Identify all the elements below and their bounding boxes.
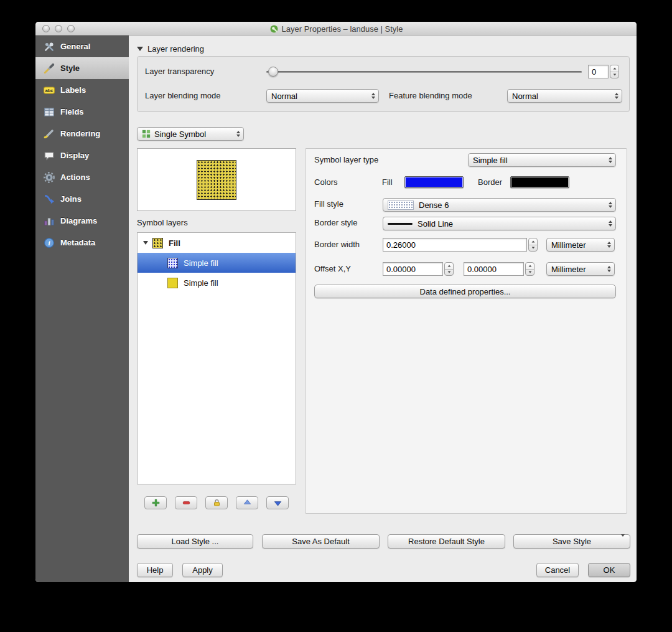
feature-blending-select[interactable]: Normal bbox=[507, 89, 622, 103]
layer-transparency-slider[interactable] bbox=[266, 67, 582, 77]
border-color-well[interactable] bbox=[510, 176, 569, 188]
offset-x-stepper bbox=[444, 262, 454, 276]
symbol-layers-tree: Fill Simple fill Simple fill bbox=[137, 232, 296, 484]
renderer-value: Single Symbol bbox=[154, 130, 233, 139]
layer-blending-select[interactable]: Normal bbox=[266, 89, 379, 103]
popup-arrows-icon bbox=[607, 242, 611, 248]
stepper-up-button[interactable] bbox=[610, 65, 618, 72]
fill-color-well[interactable] bbox=[404, 176, 464, 188]
solid-line-sample bbox=[388, 223, 413, 225]
popup-arrows-icon bbox=[607, 266, 611, 272]
apply-button[interactable]: Apply bbox=[182, 563, 223, 577]
ok-label: OK bbox=[604, 565, 615, 575]
stepper-down-button[interactable] bbox=[445, 269, 453, 276]
sidebar-item-label: Labels bbox=[60, 85, 86, 95]
slider-thumb[interactable] bbox=[268, 67, 278, 77]
colors-label: Colors bbox=[314, 177, 338, 187]
border-width-label: Border width bbox=[314, 240, 360, 250]
stepper-up-button[interactable] bbox=[529, 238, 537, 245]
sidebar-item-labels[interactable]: abc Labels bbox=[35, 79, 129, 101]
save-style-button[interactable]: Save Style bbox=[513, 534, 630, 549]
load-style-label: Load Style ... bbox=[172, 537, 219, 546]
sidebar-item-diagrams[interactable]: Diagrams bbox=[35, 210, 129, 232]
popup-arrows-icon bbox=[371, 93, 375, 99]
offset-x-input[interactable]: 0.00000 bbox=[383, 262, 443, 276]
offset-y-input[interactable]: 0.00000 bbox=[464, 262, 524, 276]
sidebar-item-label: Metadata bbox=[60, 238, 95, 247]
fill-symbol-swatch bbox=[152, 238, 163, 248]
layer-rendering-title: Layer rendering bbox=[147, 44, 204, 54]
stepper-up-button[interactable] bbox=[445, 263, 453, 269]
sidebar-item-joins[interactable]: Joins bbox=[35, 188, 129, 210]
sidebar-item-fields[interactable]: Fields bbox=[35, 101, 129, 123]
tree-row-fill[interactable]: Fill bbox=[138, 233, 296, 253]
move-layer-up-button[interactable] bbox=[236, 496, 258, 509]
general-icon bbox=[44, 41, 55, 52]
border-width-input[interactable]: 0.26000 bbox=[383, 238, 527, 252]
symbol-layer-type-value: Simple fill bbox=[473, 156, 605, 165]
fill-style-select[interactable]: Dense 6 bbox=[383, 198, 616, 212]
save-style-menu-arrow-icon[interactable] bbox=[621, 537, 625, 546]
popup-arrows-icon bbox=[609, 202, 612, 208]
sidebar-item-display[interactable]: Display bbox=[35, 144, 129, 166]
save-as-default-label: Save As Default bbox=[292, 537, 350, 546]
popup-arrows-icon bbox=[615, 93, 618, 99]
ok-button[interactable]: OK bbox=[588, 563, 630, 577]
cancel-button[interactable]: Cancel bbox=[536, 563, 579, 577]
title-wrap: Layer Properties – landuse | Style bbox=[35, 22, 637, 35]
lock-symbol-layer-button[interactable] bbox=[205, 496, 228, 509]
symbol-layers-label: Symbol layers bbox=[137, 218, 188, 228]
data-defined-properties-button[interactable]: Data defined properties... bbox=[314, 285, 616, 298]
remove-symbol-layer-button[interactable] bbox=[175, 496, 197, 509]
stepper-down-button[interactable] bbox=[526, 269, 534, 276]
sidebar-item-general[interactable]: General bbox=[35, 35, 129, 57]
symbol-preview-swatch bbox=[197, 160, 236, 200]
data-defined-properties-label: Data defined properties... bbox=[420, 287, 511, 296]
feature-blending-value: Normal bbox=[512, 92, 611, 101]
move-layer-down-button[interactable] bbox=[266, 496, 289, 509]
sidebar-item-label: Fields bbox=[60, 107, 84, 116]
offset-unit-select[interactable]: Millimeter bbox=[546, 262, 615, 276]
sidebar-item-label: General bbox=[60, 42, 90, 51]
popup-arrows-icon bbox=[609, 157, 612, 163]
tree-row-simple-fill-1[interactable]: Simple fill bbox=[138, 253, 296, 273]
add-symbol-layer-button[interactable] bbox=[144, 496, 167, 509]
tree-row-simple-fill-2[interactable]: Simple fill bbox=[138, 273, 296, 293]
slider-track[interactable] bbox=[266, 71, 582, 73]
sidebar-item-style[interactable]: Style bbox=[35, 57, 129, 79]
titlebar[interactable]: Layer Properties – landuse | Style bbox=[35, 22, 637, 35]
symbol-layer-type-select[interactable]: Simple fill bbox=[468, 153, 616, 167]
svg-text:abc: abc bbox=[45, 87, 54, 93]
stepper-down-button[interactable] bbox=[529, 245, 537, 252]
stepper-up-button[interactable] bbox=[526, 263, 534, 269]
collapse-triangle-icon[interactable] bbox=[137, 47, 143, 51]
border-width-stepper bbox=[528, 238, 538, 252]
layer-rendering-header[interactable]: Layer rendering bbox=[137, 44, 204, 54]
border-width-unit-select[interactable]: Millimeter bbox=[546, 238, 615, 252]
minus-icon bbox=[182, 498, 191, 507]
bar-chart-icon bbox=[44, 215, 55, 227]
paintbrush-icon bbox=[44, 63, 55, 74]
tree-expand-icon[interactable] bbox=[143, 241, 148, 245]
fill-color-label: Fill bbox=[382, 177, 393, 187]
help-button[interactable]: Help bbox=[137, 563, 173, 577]
sidebar-item-metadata[interactable]: i Metadata bbox=[35, 232, 129, 253]
restore-default-style-button[interactable]: Restore Default Style bbox=[388, 534, 505, 549]
sidebar-item-label: Style bbox=[60, 64, 80, 73]
help-label: Help bbox=[147, 565, 164, 575]
layer-transparency-label: Layer transparency bbox=[145, 67, 214, 77]
save-as-default-button[interactable]: Save As Default bbox=[262, 534, 380, 549]
border-style-select[interactable]: Solid Line bbox=[383, 217, 616, 230]
border-width-spinbox: 0.26000 bbox=[383, 238, 538, 252]
gear-icon bbox=[44, 172, 55, 183]
stepper-down-button[interactable] bbox=[610, 72, 618, 78]
sidebar-item-rendering[interactable]: Rendering bbox=[35, 123, 129, 144]
load-style-button[interactable]: Load Style ... bbox=[137, 534, 253, 549]
renderer-select[interactable]: Single Symbol bbox=[137, 127, 244, 141]
restore-default-style-label: Restore Default Style bbox=[408, 537, 485, 546]
table-icon bbox=[44, 106, 55, 118]
border-style-value: Solid Line bbox=[418, 219, 605, 229]
sidebar-item-actions[interactable]: Actions bbox=[35, 166, 129, 188]
layer-transparency-value[interactable]: 0 bbox=[588, 65, 609, 78]
sidebar-item-label: Diagrams bbox=[60, 216, 97, 225]
